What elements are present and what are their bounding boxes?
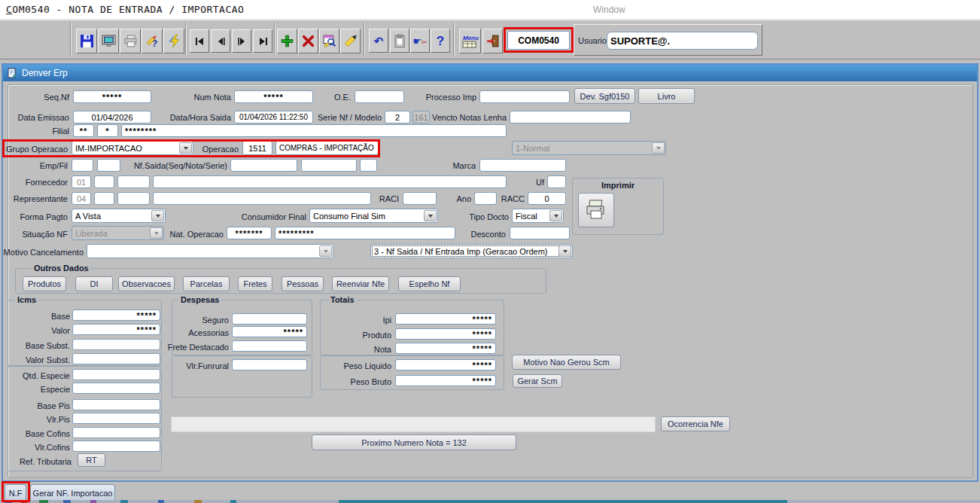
fornecedor-field-2[interactable]: [94, 175, 114, 188]
nav-next-button[interactable]: [232, 29, 251, 53]
dev-sgf0150-button[interactable]: Dev. Sgf0150: [574, 88, 635, 104]
desconto-field[interactable]: [510, 227, 570, 239]
undo-button[interactable]: ↶: [369, 29, 388, 53]
fornecedor-field-3[interactable]: [117, 175, 150, 188]
nf-saida-seq-field[interactable]: [230, 159, 297, 172]
frete-destacado-field[interactable]: [232, 340, 307, 352]
base-cofins-field[interactable]: [72, 427, 160, 438]
peso-bruto-field[interactable]: *****: [395, 375, 496, 386]
racc-field[interactable]: 0: [528, 192, 566, 205]
observacoes-button[interactable]: Observacoes: [118, 276, 175, 291]
print-button[interactable]: [120, 29, 141, 53]
representante-field-2[interactable]: [94, 192, 114, 205]
chevron-down-icon[interactable]: [179, 142, 192, 154]
tipo-docto-combo[interactable]: Fiscal: [512, 209, 564, 223]
chevron-down-icon[interactable]: [151, 210, 164, 221]
edit-wand-button[interactable]: [340, 29, 361, 53]
peso-liquido-field[interactable]: *****: [395, 359, 496, 370]
geracao-ordem-combo[interactable]: 3 - Nf Saida / Nf Entrada Imp (Geracao O…: [370, 244, 573, 258]
cut-hand-button[interactable]: ☛✂: [410, 29, 430, 53]
especie-field[interactable]: [72, 383, 160, 394]
gerar-scm-button[interactable]: Gerar Scm: [513, 374, 562, 388]
menu-button[interactable]: Menu: [459, 29, 481, 53]
grupo-operacao-combo[interactable]: IM-IMPORTACAO: [72, 141, 193, 155]
motivo-nao-gerou-scm-button[interactable]: Motivo Nao Gerou Scm: [512, 355, 621, 370]
operacao-code-field[interactable]: 1511: [242, 141, 272, 155]
reenviar-nfe-button[interactable]: Reenviar Nfe: [332, 276, 389, 291]
pessoas-button[interactable]: Pessoas: [282, 276, 324, 291]
chevron-down-icon[interactable]: [424, 210, 437, 221]
raci-field[interactable]: [403, 192, 437, 205]
fornecedor-code-field[interactable]: 01: [72, 175, 91, 188]
vlr-funrural-field[interactable]: [232, 359, 307, 370]
fornecedor-name-field[interactable]: [153, 175, 507, 188]
icms-valor-field[interactable]: *****: [72, 324, 160, 335]
delete-record-button[interactable]: [298, 29, 318, 53]
proximo-numero-nota-button[interactable]: Proximo Numero Nota = 132: [312, 434, 516, 450]
tab-nf[interactable]: N.F: [5, 484, 26, 501]
icms-base-field[interactable]: *****: [72, 309, 160, 321]
vlr-cofins-field[interactable]: [72, 441, 160, 452]
nota-field[interactable]: *****: [395, 343, 496, 354]
oe-field[interactable]: [355, 90, 404, 103]
vlr-pis-field[interactable]: [72, 413, 160, 424]
program-code-field[interactable]: COM0540: [507, 31, 570, 50]
icms-valor-subst-field[interactable]: [72, 353, 160, 364]
help-button[interactable]: ?: [431, 29, 450, 53]
screen-button[interactable]: [98, 29, 119, 53]
execute-query-button[interactable]: [163, 29, 184, 53]
produto-field[interactable]: *****: [395, 328, 496, 340]
chevron-down-icon[interactable]: [549, 210, 562, 221]
fretes-button[interactable]: Fretes: [238, 276, 272, 291]
data-hora-saida-field[interactable]: 01/04/2026 11:22:50: [234, 111, 313, 123]
representante-name-field[interactable]: [153, 192, 371, 205]
operacao-desc-field[interactable]: COMPRAS - IMPORTAÇÃO: [275, 141, 379, 155]
nav-first-button[interactable]: [190, 29, 209, 53]
marca-field[interactable]: [479, 159, 566, 172]
filial-field-2[interactable]: *: [97, 124, 118, 137]
parcelas-button[interactable]: Parcelas: [183, 276, 230, 291]
di-button[interactable]: DI: [75, 276, 113, 291]
consumidor-final-combo[interactable]: Consumo Final Sim: [309, 209, 438, 223]
emp-fil-field-2[interactable]: [97, 159, 120, 172]
ocorrencia-nfe-button[interactable]: Ocorrencia Nfe: [661, 416, 730, 431]
add-record-button[interactable]: [277, 29, 297, 53]
emp-fil-field-1[interactable]: [72, 159, 93, 172]
paste-button[interactable]: [390, 29, 409, 53]
query-help-button[interactable]: ?: [142, 29, 163, 53]
nav-previous-button[interactable]: [211, 29, 230, 53]
forma-pagto-combo[interactable]: A Vista: [72, 209, 166, 223]
imprimir-print-button[interactable]: [578, 193, 614, 227]
usuario-field[interactable]: SUPORTE@.: [607, 32, 758, 50]
base-pis-field[interactable]: [72, 399, 160, 410]
search-edit-button[interactable]: [319, 29, 339, 53]
rt-button[interactable]: RT: [78, 453, 105, 467]
chevron-down-icon[interactable]: [558, 245, 571, 257]
ano-field[interactable]: [474, 192, 497, 205]
processo-imp-field[interactable]: [479, 90, 570, 103]
nf-saida-serie-field[interactable]: [360, 159, 377, 172]
representante-field-3[interactable]: [117, 192, 150, 205]
exit-button[interactable]: [482, 29, 503, 53]
livro-button[interactable]: Livro: [638, 88, 695, 104]
nat-operacao-code-field[interactable]: *******: [227, 227, 272, 239]
num-nota-field[interactable]: *****: [234, 90, 313, 103]
nat-operacao-desc-field[interactable]: *********: [275, 227, 455, 239]
seguro-field[interactable]: [232, 313, 307, 325]
menu-window[interactable]: Window: [593, 5, 625, 15]
espelho-nf-button[interactable]: Espelho Nf: [398, 276, 461, 291]
icms-base-subst-field[interactable]: [72, 339, 160, 350]
filial-field-1[interactable]: **: [73, 124, 94, 137]
serie-nf-field[interactable]: 2: [385, 111, 410, 123]
representante-code-field[interactable]: 04: [72, 192, 91, 205]
nav-last-button[interactable]: [253, 29, 272, 53]
acessorias-field[interactable]: *****: [232, 326, 307, 337]
nf-saida-nota-field[interactable]: [301, 159, 357, 172]
produtos-button[interactable]: Produtos: [23, 276, 66, 291]
vencto-notas-lenha-field[interactable]: [510, 111, 631, 123]
ipi-field[interactable]: *****: [395, 313, 496, 325]
filial-field-3[interactable]: ********: [121, 124, 507, 137]
seq-nf-field[interactable]: *****: [73, 90, 151, 103]
save-button[interactable]: [76, 29, 97, 53]
uf-field[interactable]: [547, 175, 566, 188]
